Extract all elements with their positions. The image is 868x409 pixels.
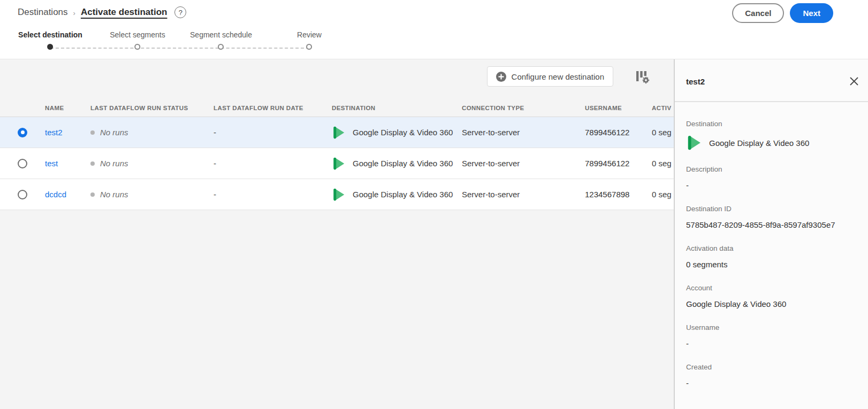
cancel-button[interactable]: Cancel bbox=[732, 3, 784, 23]
configure-new-destination-label: Configure new destination bbox=[512, 72, 604, 81]
table-row[interactable]: dcdcd No runs - Google Display & Video 3… bbox=[0, 179, 674, 210]
step-review: Review bbox=[297, 30, 322, 50]
wizard-stepper: Select destination Select segments Segme… bbox=[0, 30, 375, 56]
step-dot bbox=[135, 44, 141, 50]
destination-name-link[interactable]: dcdcd bbox=[45, 190, 66, 199]
field-label: Destination bbox=[686, 120, 857, 128]
breadcrumb-separator-icon: › bbox=[73, 9, 75, 17]
run-date-text: - bbox=[214, 190, 332, 199]
field-value: - bbox=[686, 180, 857, 190]
username-text: 7899456122 bbox=[585, 159, 652, 168]
field-value: Google Display & Video 360 bbox=[709, 138, 809, 148]
column-header-name: NAME bbox=[45, 105, 90, 111]
connection-type-text: Server-to-server bbox=[462, 159, 585, 168]
status-dot-icon bbox=[90, 130, 95, 135]
field-value: Google Display & Video 360 bbox=[686, 299, 857, 309]
table-row[interactable]: test2 No runs - Google Display & Video 3… bbox=[0, 117, 674, 148]
step-dot-filled bbox=[48, 44, 54, 50]
main-area: Configure new destination bbox=[0, 59, 868, 409]
header-actions: Cancel Next bbox=[732, 3, 833, 23]
dv360-logo-icon bbox=[332, 188, 346, 202]
field-value: 0 segments bbox=[686, 259, 857, 269]
field-value: 5785b487-8209-4855-8f9a-8597af9305e7 bbox=[686, 220, 857, 230]
column-header-username: USERNAME bbox=[585, 105, 652, 111]
run-status-text: No runs bbox=[100, 190, 128, 199]
field-activation-data: Activation data 0 segments bbox=[686, 244, 857, 269]
dv360-logo-icon bbox=[332, 126, 346, 140]
run-date-text: - bbox=[214, 128, 332, 137]
field-destination: Destination Google Display & Video 360 bbox=[686, 120, 857, 151]
status-dot-icon bbox=[90, 192, 95, 197]
breadcrumb-destinations-link[interactable]: Destinations bbox=[18, 7, 68, 18]
field-destination-id: Destination ID 5785b487-8209-4855-8f9a-8… bbox=[686, 205, 857, 230]
destinations-list-area: Configure new destination bbox=[0, 59, 674, 409]
step-select-destination: Select destination bbox=[18, 30, 82, 50]
column-header-run-date: LAST DATAFLOW RUN DATE bbox=[214, 105, 332, 111]
field-username: Username - bbox=[686, 323, 857, 349]
column-settings-icon[interactable] bbox=[635, 70, 650, 84]
column-header-destination: DESTINATION bbox=[332, 105, 462, 111]
field-account: Account Google Display & Video 360 bbox=[686, 284, 857, 309]
row-radio-selected[interactable] bbox=[18, 128, 27, 137]
destination-name-link[interactable]: test2 bbox=[45, 128, 63, 137]
activation-data-text: 0 seg bbox=[652, 128, 674, 137]
field-description: Description - bbox=[686, 165, 857, 190]
details-panel-body: Destination Google Display & Video 360 D… bbox=[675, 102, 868, 388]
destination-platform-text: Google Display & Video 360 bbox=[353, 159, 453, 168]
field-label: Activation data bbox=[686, 244, 857, 252]
breadcrumb: Destinations › Activate destination ? bbox=[18, 6, 186, 18]
page-title: Activate destination bbox=[81, 7, 167, 18]
username-text: 7899456122 bbox=[585, 128, 652, 137]
connection-type-text: Server-to-server bbox=[462, 190, 585, 199]
step-segment-schedule: Segment schedule bbox=[190, 30, 252, 50]
destination-platform-text: Google Display & Video 360 bbox=[353, 128, 453, 137]
column-header-activation: ACTIV bbox=[652, 105, 674, 111]
destination-name-link[interactable]: test bbox=[45, 159, 58, 168]
stepper-connector bbox=[50, 48, 309, 49]
help-icon[interactable]: ? bbox=[174, 6, 186, 18]
field-label: Created bbox=[686, 363, 857, 371]
run-status-text: No runs bbox=[100, 128, 128, 137]
activation-data-text: 0 seg bbox=[652, 190, 674, 199]
row-radio[interactable] bbox=[18, 159, 27, 168]
details-panel: test2 Destination Google Display & Video… bbox=[674, 59, 868, 409]
configure-new-destination-button[interactable]: Configure new destination bbox=[487, 66, 613, 87]
field-label: Destination ID bbox=[686, 205, 857, 213]
details-panel-title: test2 bbox=[686, 77, 705, 86]
field-value: - bbox=[686, 338, 857, 349]
dv360-logo-icon bbox=[332, 157, 346, 171]
field-value: - bbox=[686, 378, 857, 388]
details-panel-header: test2 bbox=[675, 59, 868, 102]
run-status-text: No runs bbox=[100, 159, 128, 168]
step-dot bbox=[218, 44, 224, 50]
destinations-table: NAME LAST DATAFLOW RUN STATUS LAST DATAF… bbox=[0, 99, 674, 210]
plus-circle-icon bbox=[496, 72, 506, 82]
step-dot bbox=[307, 44, 313, 50]
field-label: Username bbox=[686, 323, 857, 331]
close-icon[interactable] bbox=[849, 76, 859, 87]
dv360-logo-icon bbox=[686, 135, 702, 151]
field-label: Description bbox=[686, 165, 857, 173]
destination-platform-text: Google Display & Video 360 bbox=[353, 190, 453, 199]
top-bar: Destinations › Activate destination ? Ca… bbox=[0, 0, 868, 59]
status-dot-icon bbox=[90, 161, 95, 166]
connection-type-text: Server-to-server bbox=[462, 128, 585, 137]
table-header-row: NAME LAST DATAFLOW RUN STATUS LAST DATAF… bbox=[0, 99, 674, 117]
field-created: Created - bbox=[686, 363, 857, 388]
row-radio[interactable] bbox=[18, 190, 27, 199]
column-header-run-status: LAST DATAFLOW RUN STATUS bbox=[90, 105, 214, 111]
username-text: 1234567898 bbox=[585, 190, 652, 199]
next-button[interactable]: Next bbox=[790, 3, 833, 23]
run-date-text: - bbox=[214, 159, 332, 168]
table-row[interactable]: test No runs - Google Display & Video 36… bbox=[0, 148, 674, 179]
step-select-segments: Select segments bbox=[110, 30, 165, 50]
column-header-connection-type: CONNECTION TYPE bbox=[462, 105, 585, 111]
activation-data-text: 0 seg bbox=[652, 159, 674, 168]
field-label: Account bbox=[686, 284, 857, 292]
